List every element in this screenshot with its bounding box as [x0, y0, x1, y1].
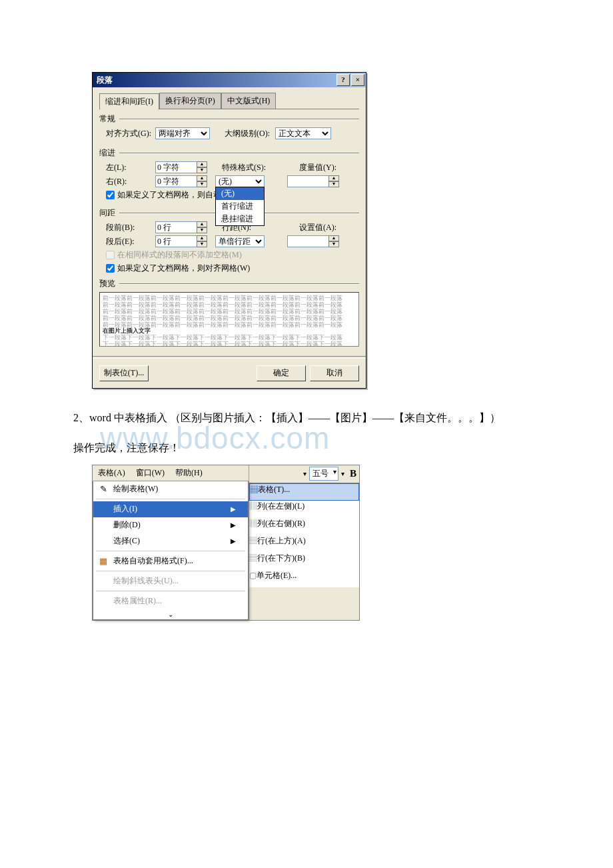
grid-align-checkbox[interactable]: [106, 264, 115, 273]
space-before-label: 段前(B):: [99, 222, 153, 233]
tab-line-page-breaks[interactable]: 换行和分页(P): [159, 93, 221, 109]
sub-cell[interactable]: ▢单元格(E)...: [249, 570, 359, 587]
indent-left-label: 左(L):: [99, 162, 153, 173]
sub-row-below[interactable]: ▤行(在下方)(B): [249, 553, 359, 570]
paragraph-dialog: 段落 ? × 缩进和间距(I) 换行和分页(P) 中文版式(H) 常规 对齐方式…: [92, 72, 366, 389]
mi-autoformat[interactable]: ▦表格自动套用格式(F)...: [93, 553, 248, 569]
column-right-icon: ▥: [249, 519, 257, 528]
menu-window[interactable]: 窗口(W): [131, 465, 170, 481]
grid-indent-checkbox[interactable]: [106, 191, 115, 199]
table-dropdown: ✎绘制表格(W) 插入(I)▶ 删除(D)▶ 选择(C)▶ ▦表格自动套用格式(…: [93, 481, 249, 620]
expand-handle[interactable]: ⌄: [93, 609, 248, 619]
body-paragraph-1: 2、word 中表格插入 （区别与图片插入：【插入】——【图片】——【来自文件。…: [52, 409, 586, 428]
chevron-right-icon: ▶: [231, 537, 236, 545]
menu-table[interactable]: 表格(A): [93, 465, 131, 481]
space-before-spinner[interactable]: ▲▼: [155, 221, 207, 233]
tab-asian-typography[interactable]: 中文版式(H): [221, 93, 277, 109]
row-below-icon: ▤: [249, 553, 257, 563]
special-option-hanging[interactable]: 悬挂缩进: [216, 213, 264, 225]
indent-right-spinner[interactable]: ▲▼: [155, 175, 207, 187]
sub-table[interactable]: ▦表格(T)...: [249, 483, 359, 501]
bold-button[interactable]: B: [350, 468, 356, 479]
alignment-label: 对齐方式(G):: [99, 128, 153, 139]
mi-diagonal: 绘制斜线表头(U)...: [93, 573, 248, 589]
space-after-spinner[interactable]: ▲▼: [155, 235, 207, 247]
mi-draw-table[interactable]: ✎绘制表格(W): [93, 481, 248, 497]
indent-left-spinner[interactable]: ▲▼: [155, 161, 207, 173]
ok-button[interactable]: 确定: [257, 365, 306, 381]
measure-spinner[interactable]: ▲▼: [287, 175, 339, 187]
group-indent: 缩进: [99, 147, 359, 159]
special-format-label: 特殊格式(S):: [215, 162, 270, 173]
indent-right-label: 右(R):: [99, 176, 153, 187]
dialog-title: 段落: [97, 75, 113, 86]
column-left-icon: ▥: [249, 501, 257, 511]
dialog-tabs: 缩进和间距(I) 换行和分页(P) 中文版式(H): [99, 93, 359, 109]
menubar: 表格(A) 窗口(W) 帮助(H): [93, 465, 249, 481]
cell-icon: ▢: [249, 571, 257, 580]
special-option-none[interactable]: (无): [216, 187, 264, 200]
insert-submenu: ▦表格(T)... ▥列(在左侧)(L) ▥列(在右侧)(R) ▤行(在上方)(…: [249, 483, 359, 587]
sub-row-above[interactable]: ▤行(在上方)(A): [249, 535, 359, 553]
group-general: 常规: [99, 113, 359, 125]
table-icon: ▦: [250, 485, 258, 494]
line-spacing-select[interactable]: 单倍行距: [215, 235, 265, 247]
body-paragraph-2: 操作完成，注意保存！: [52, 439, 586, 458]
sub-col-left[interactable]: ▥列(在左侧)(L): [249, 501, 359, 518]
grid-align-label: 如果定义了文档网格，则对齐网格(W): [117, 263, 250, 274]
chevron-right-icon: ▶: [231, 521, 236, 529]
group-preview: 预览: [99, 278, 359, 289]
mi-properties: 表格属性(R)...: [93, 593, 248, 609]
space-after-label: 段后(E):: [99, 236, 153, 247]
alignment-select[interactable]: 两端对齐: [155, 127, 210, 139]
mi-select[interactable]: 选择(C)▶: [93, 533, 248, 549]
toolbar: ▾ 五号 ▾ B: [249, 465, 359, 483]
set-value-label: 设置值(A):: [293, 222, 347, 233]
no-space-checkbox: [106, 251, 115, 259]
preview-box: 前一段落前一段落前一段落前一段落前一段落前一段落前一段落前一段落前一段落前一段落…: [99, 292, 359, 347]
menu-help[interactable]: 帮助(H): [170, 465, 208, 481]
help-button[interactable]: ?: [336, 74, 350, 86]
special-option-firstline[interactable]: 首行缩进: [216, 200, 264, 213]
outline-select[interactable]: 正文文本: [275, 127, 331, 139]
close-button[interactable]: ×: [351, 74, 364, 86]
sub-col-right[interactable]: ▥列(在右侧)(R): [249, 518, 359, 535]
dialog-titlebar: 段落 ? ×: [93, 73, 366, 87]
chevron-right-icon: ▶: [231, 505, 236, 513]
no-space-label: 在相同样式的段落间不添加空格(M): [117, 249, 242, 261]
grid-indent-label: 如果定义了文档网格，则自动调: [117, 189, 229, 201]
tab-indent-spacing[interactable]: 缩进和间距(I): [99, 93, 159, 110]
mi-insert[interactable]: 插入(I)▶: [93, 501, 248, 517]
row-above-icon: ▤: [249, 536, 257, 545]
special-format-select[interactable]: (无): [215, 175, 265, 187]
tabstops-button[interactable]: 制表位(T)...: [99, 365, 149, 381]
table-format-icon: ▦: [96, 555, 111, 568]
font-size-select[interactable]: 五号: [309, 467, 338, 481]
cancel-button[interactable]: 取消: [310, 365, 359, 381]
pencil-icon: ✎: [96, 483, 111, 496]
mi-delete[interactable]: 删除(D)▶: [93, 517, 248, 533]
outline-label: 大纲级别(O):: [218, 128, 273, 139]
set-value-spinner[interactable]: ▲▼: [287, 235, 339, 247]
special-format-dropdown: (无) 首行缩进 悬挂缩进: [215, 187, 265, 226]
table-menu-screenshot: 表格(A) 窗口(W) 帮助(H) ✎绘制表格(W) 插入(I)▶ 删除(D)▶…: [92, 465, 360, 621]
measure-label: 度量值(Y):: [293, 162, 347, 173]
